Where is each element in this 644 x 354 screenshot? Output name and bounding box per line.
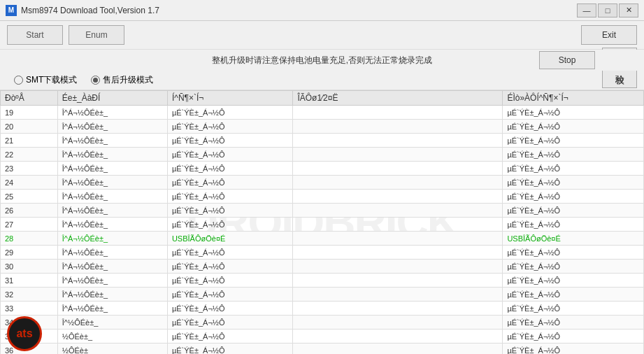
table-cell-12-3: [293, 274, 503, 288]
maximize-button[interactable]: □: [598, 3, 617, 17]
table-cell-13-1: Î^Á¬½ÔÉè±_: [57, 288, 167, 302]
table-cell-6-3: [293, 190, 503, 204]
table-cell-16-0: 35: [1, 330, 58, 344]
table-cell-1-2: µÉ`ÝÈ±_Á¬½Ô: [167, 120, 292, 134]
title-text: Msm8974 Download Tool,Version 1.7: [21, 6, 159, 15]
table-cell-8-3: [293, 218, 503, 232]
table-cell-4-2: µÉ`ÝÈ±_Á¬½Ô: [167, 162, 292, 176]
table-cell-9-2: USBÎÃÔøÖè¤É: [167, 232, 292, 246]
title-bar-left: M Msm8974 Download Tool,Version 1.7: [6, 5, 159, 16]
table-cell-12-0: 31: [1, 274, 58, 288]
start-button[interactable]: Start: [7, 25, 63, 45]
col-status-header: ÎÃÔø1⁄2¤Ë: [293, 91, 503, 106]
table-cell-12-4: µÉ`ÝÈ±_Á¬½Ô: [503, 274, 644, 288]
upgrade-radio-circle: [91, 76, 100, 85]
table-row: 22Î^Á¬½ÔÉè±_µÉ`ÝÈ±_Á¬½ÔµÉ`ÝÈ±_Á¬½Ô: [1, 148, 644, 162]
table-row: 24Î^Á¬½ÔÉè±_µÉ`ÝÈ±_Á¬½ÔµÉ`ÝÈ±_Á¬½Ô: [1, 176, 644, 190]
table-cell-15-3: [293, 316, 503, 330]
table-row: 35½ÔÉè±_µÉ`ÝÈ±_Á¬½ÔµÉ`ÝÈ±_Á¬½Ô: [1, 330, 644, 344]
table-cell-15-0: 34: [1, 316, 58, 330]
table-cell-2-3: [293, 134, 503, 148]
table-row: 20Î^Á¬½ÔÉè±_µÉ`ÝÈ±_Á¬½ÔµÉ`ÝÈ±_Á¬½Ô: [1, 120, 644, 134]
table-row: 25Î^Á¬½ÔÉè±_µÉ`ÝÈ±_Á¬½ÔµÉ`ÝÈ±_Á¬½Ô: [1, 190, 644, 204]
table-cell-0-1: Î^Á¬½ÔÉè±_: [57, 106, 167, 120]
data-table: ÐòºÅ Ée±_ÀàÐÍ Í^Ñ¶×`Í¬ ÎÃÔø1⁄2¤Ë ÉÌò»ÀÔÍ…: [0, 90, 644, 354]
smt-mode-radio[interactable]: SMT下载模式: [14, 74, 77, 86]
table-cell-8-1: Î^Á¬½ÔÉè±_: [57, 218, 167, 232]
table-cell-17-4: µÉ`ÝÈ±_Á¬½Ô: [503, 344, 644, 355]
table-cell-1-0: 20: [1, 120, 58, 134]
table-row: 29Î^Á¬½ÔÉè±_µÉ`ÝÈ±_Á¬½ÔµÉ`ÝÈ±_Á¬½Ô: [1, 246, 644, 260]
minimize-button[interactable]: —: [577, 3, 596, 17]
table-cell-11-1: Î^Á¬½ÔÉè±_: [57, 260, 167, 274]
table-cell-13-3: [293, 288, 503, 302]
table-cell-14-4: µÉ`ÝÈ±_Á¬½Ô: [503, 302, 644, 316]
table-cell-12-2: µÉ`ÝÈ±_Á¬½Ô: [167, 274, 292, 288]
table-cell-9-4: USBÎÃÔøÖè¤É: [503, 232, 644, 246]
table-cell-2-2: µÉ`ÝÈ±_Á¬½Ô: [167, 134, 292, 148]
table-cell-13-4: µÉ`ÝÈ±_Á¬½Ô: [503, 288, 644, 302]
table-cell-7-1: Î^Á¬½ÔÉè±_: [57, 204, 167, 218]
table-cell-3-1: Î^Á¬½ÔÉè±_: [57, 148, 167, 162]
close-button[interactable]: ✕: [619, 3, 638, 17]
table-cell-4-0: 23: [1, 162, 58, 176]
title-controls: — □ ✕: [577, 3, 638, 17]
col-type-header: Ée±_ÀàÐÍ: [57, 91, 167, 106]
app-icon: M: [6, 5, 17, 16]
table-cell-15-4: µÉ`ÝÈ±_Á¬½Ô: [503, 316, 644, 330]
table-cell-12-1: Î^Á¬½ÔÉè±_: [57, 274, 167, 288]
enum-button[interactable]: Enum: [69, 25, 124, 45]
table-cell-11-2: µÉ`ÝÈ±_Á¬½Ô: [167, 260, 292, 274]
table-cell-10-4: µÉ`ÝÈ±_Á¬½Ô: [503, 246, 644, 260]
table-cell-5-1: Î^Á¬½ÔÉè±_: [57, 176, 167, 190]
table-cell-15-2: µÉ`ÝÈ±_Á¬½Ô: [167, 316, 292, 330]
table-cell-3-4: µÉ`ÝÈ±_Á¬½Ô: [503, 148, 644, 162]
table-cell-6-4: µÉ`ÝÈ±_Á¬½Ô: [503, 190, 644, 204]
table-cell-4-3: [293, 162, 503, 176]
table-cell-16-3: [293, 330, 503, 344]
table-cell-17-2: µÉ`ÝÈ±_Á¬½Ô: [167, 344, 292, 355]
col-result-header: ÉÌò»ÀÔÍ^Ñ¶×`Í¬: [503, 91, 644, 106]
table-cell-13-2: µÉ`ÝÈ±_Á¬½Ô: [167, 288, 292, 302]
table-cell-6-0: 25: [1, 190, 58, 204]
table-container[interactable]: DROIDBRICK ÐòºÅ Ée±_ÀàÐÍ Í^Ñ¶×`Í¬ ÎÃÔø1⁄…: [0, 90, 644, 354]
table-cell-2-1: Î^Á¬½ÔÉè±_: [57, 134, 167, 148]
table-cell-10-2: µÉ`ÝÈ±_Á¬½Ô: [167, 246, 292, 260]
col-info-header: Í^Ñ¶×`Í¬: [167, 91, 292, 106]
table-row: 30Î^Á¬½ÔÉè±_µÉ`ÝÈ±_Á¬½ÔµÉ`ÝÈ±_Á¬½Ô: [1, 260, 644, 274]
exit-button[interactable]: Exit: [581, 25, 637, 45]
table-cell-8-2: µÉ`ÝÈ±_Á¬½Ô: [167, 218, 292, 232]
table-cell-8-4: µÉ`ÝÈ±_Á¬½Ô: [503, 218, 644, 232]
table-cell-7-0: 26: [1, 204, 58, 218]
table-cell-1-3: [293, 120, 503, 134]
table-cell-10-3: [293, 246, 503, 260]
upgrade-mode-radio[interactable]: 售后升级模式: [91, 74, 153, 86]
table-cell-10-1: Î^Á¬½ÔÉè±_: [57, 246, 167, 260]
table-cell-9-1: Î^Á¬½ÔÉè±_: [57, 232, 167, 246]
table-row: 31Î^Á¬½ÔÉè±_µÉ`ÝÈ±_Á¬½ÔµÉ`ÝÈ±_Á¬½Ô: [1, 274, 644, 288]
stop-button[interactable]: Stop: [539, 51, 595, 69]
table-cell-11-3: [293, 260, 503, 274]
table-cell-8-0: 27: [1, 218, 58, 232]
table-cell-10-0: 29: [1, 246, 58, 260]
table-row: 27Î^Á¬½ÔÉè±_µÉ`ÝÈ±_Á¬½ÔµÉ`ÝÈ±_Á¬½Ô: [1, 218, 644, 232]
table-cell-1-1: Î^Á¬½ÔÉè±_: [57, 120, 167, 134]
table-cell-11-4: µÉ`ÝÈ±_Á¬½Ô: [503, 260, 644, 274]
toolbar: Start Enum Exit: [0, 21, 644, 50]
table-row: 23Î^Á¬½ÔÉè±_µÉ`ÝÈ±_Á¬½ÔµÉ`ÝÈ±_Á¬½Ô: [1, 162, 644, 176]
smt-mode-label: SMT下载模式: [26, 74, 77, 86]
upgrade-mode-label: 售后升级模式: [103, 74, 153, 86]
table-row: 32Î^Á¬½ÔÉè±_µÉ`ÝÈ±_Á¬½ÔµÉ`ÝÈ±_Á¬½Ô: [1, 288, 644, 302]
table-cell-7-3: [293, 204, 503, 218]
table-cell-5-2: µÉ`ÝÈ±_Á¬½Ô: [167, 176, 292, 190]
table-cell-4-1: Î^Á¬½ÔÉè±_: [57, 162, 167, 176]
table-row: 19Î^Á¬½ÔÉè±_µÉ`ÝÈ±_Á¬½ÔµÉ`ÝÈ±_Á¬½Ô: [1, 106, 644, 120]
table-cell-16-2: µÉ`ÝÈ±_Á¬½Ô: [167, 330, 292, 344]
table-cell-3-3: [293, 148, 503, 162]
table-cell-5-0: 24: [1, 176, 58, 190]
notice-row: 整机升级时请注意保持电池电量充足,否则无法正常烧录完成 Stop: [0, 50, 644, 71]
table-cell-13-0: 32: [1, 288, 58, 302]
table-cell-0-4: µÉ`ÝÈ±_Á¬½Ô: [503, 106, 644, 120]
table-cell-17-1: ½ÔÉè±_: [57, 344, 167, 355]
table-cell-4-4: µÉ`ÝÈ±_Á¬½Ô: [503, 162, 644, 176]
